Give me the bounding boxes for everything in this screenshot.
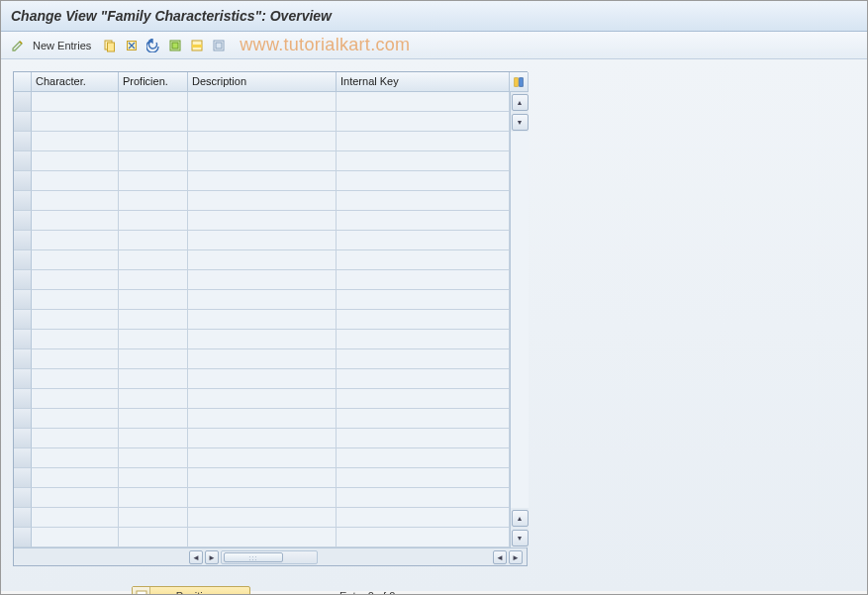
row-handle[interactable] bbox=[14, 468, 32, 488]
table-cell[interactable] bbox=[32, 349, 119, 369]
table-cell[interactable] bbox=[119, 211, 188, 231]
table-cell[interactable] bbox=[188, 488, 337, 508]
deselect-all-icon[interactable] bbox=[210, 37, 228, 54]
vscroll-track[interactable] bbox=[510, 310, 529, 330]
table-cell[interactable] bbox=[188, 250, 337, 270]
vscroll-track[interactable] bbox=[510, 290, 529, 310]
table-cell[interactable] bbox=[32, 330, 119, 349]
table-cell[interactable] bbox=[32, 270, 119, 290]
row-handle[interactable] bbox=[14, 151, 32, 171]
table-cell[interactable] bbox=[337, 310, 510, 330]
new-entries-button[interactable]: New Entries bbox=[31, 40, 97, 51]
hscroll-track[interactable]: ::: bbox=[221, 550, 318, 564]
vscroll-down-icon[interactable]: ▼ bbox=[512, 114, 529, 131]
hscroll2-right-icon[interactable]: ► bbox=[509, 550, 523, 564]
vscroll-track[interactable] bbox=[510, 231, 529, 250]
table-cell[interactable] bbox=[188, 211, 337, 231]
select-all-icon[interactable] bbox=[166, 37, 184, 54]
table-cell[interactable] bbox=[119, 250, 188, 270]
table-cell[interactable] bbox=[119, 92, 188, 112]
table-cell[interactable] bbox=[337, 508, 510, 528]
table-cell[interactable] bbox=[337, 112, 510, 132]
table-cell[interactable] bbox=[337, 171, 510, 191]
table-cell[interactable] bbox=[188, 448, 337, 468]
table-config-icon[interactable] bbox=[510, 72, 529, 92]
table-cell[interactable] bbox=[188, 132, 337, 151]
table-cell[interactable] bbox=[188, 409, 337, 429]
table-cell[interactable] bbox=[32, 171, 119, 191]
table-cell[interactable] bbox=[32, 369, 119, 389]
table-cell[interactable] bbox=[32, 448, 119, 468]
table-cell[interactable] bbox=[119, 132, 188, 151]
table-cell[interactable] bbox=[337, 349, 510, 369]
table-cell[interactable] bbox=[337, 250, 510, 270]
vscroll-track[interactable] bbox=[510, 270, 529, 290]
position-button[interactable]: Position... bbox=[132, 586, 250, 595]
table-cell[interactable] bbox=[188, 151, 337, 171]
table-cell[interactable] bbox=[119, 231, 188, 250]
col-header-character[interactable]: Character. bbox=[32, 72, 119, 92]
table-cell[interactable] bbox=[337, 468, 510, 488]
table-cell[interactable] bbox=[32, 488, 119, 508]
table-cell[interactable] bbox=[32, 231, 119, 250]
table-cell[interactable] bbox=[188, 528, 337, 547]
table-cell[interactable] bbox=[188, 112, 337, 132]
table-cell[interactable] bbox=[188, 389, 337, 409]
col-header-internal-key[interactable]: Internal Key bbox=[337, 72, 510, 92]
table-cell[interactable] bbox=[32, 389, 119, 409]
table-cell[interactable] bbox=[188, 349, 337, 369]
hscroll-thumb[interactable]: ::: bbox=[224, 552, 283, 562]
table-cell[interactable] bbox=[119, 290, 188, 310]
row-handle[interactable] bbox=[14, 112, 32, 132]
table-cell[interactable] bbox=[337, 429, 510, 448]
table-cell[interactable] bbox=[32, 290, 119, 310]
row-handle[interactable] bbox=[14, 92, 32, 112]
table-cell[interactable] bbox=[188, 92, 337, 112]
table-cell[interactable] bbox=[32, 310, 119, 330]
table-cell[interactable] bbox=[119, 448, 188, 468]
table-cell[interactable] bbox=[119, 151, 188, 171]
table-cell[interactable] bbox=[119, 429, 188, 448]
table-cell[interactable] bbox=[32, 528, 119, 547]
table-cell[interactable] bbox=[119, 528, 188, 547]
col-header-description[interactable]: Description bbox=[188, 72, 337, 92]
undo-icon[interactable] bbox=[145, 37, 162, 54]
table-cell[interactable] bbox=[119, 508, 188, 528]
row-handle[interactable] bbox=[14, 231, 32, 250]
row-handle[interactable] bbox=[14, 171, 32, 191]
table-cell[interactable] bbox=[119, 369, 188, 389]
row-handle[interactable] bbox=[14, 132, 32, 151]
table-cell[interactable] bbox=[337, 151, 510, 171]
table-cell[interactable] bbox=[119, 349, 188, 369]
vscroll-track[interactable] bbox=[510, 409, 529, 429]
table-cell[interactable] bbox=[337, 92, 510, 112]
col-header-proficiency[interactable]: Proficien. bbox=[119, 72, 188, 92]
table-cell[interactable] bbox=[337, 369, 510, 389]
row-handle[interactable] bbox=[14, 528, 32, 547]
select-block-icon[interactable] bbox=[188, 37, 206, 54]
row-handle[interactable] bbox=[14, 270, 32, 290]
table-cell[interactable] bbox=[337, 330, 510, 349]
row-handle[interactable] bbox=[14, 508, 32, 528]
table-cell[interactable] bbox=[32, 429, 119, 448]
table-cell[interactable] bbox=[119, 389, 188, 409]
table-cell[interactable] bbox=[32, 132, 119, 151]
row-handle[interactable] bbox=[14, 369, 32, 389]
table-cell[interactable] bbox=[32, 151, 119, 171]
hscroll-left-icon[interactable]: ◄ bbox=[189, 550, 203, 564]
row-handle[interactable] bbox=[14, 310, 32, 330]
vscroll-track[interactable] bbox=[510, 330, 529, 349]
row-handle[interactable] bbox=[14, 250, 32, 270]
row-handle[interactable] bbox=[14, 330, 32, 349]
pencil-icon[interactable] bbox=[9, 37, 27, 54]
vscroll-up-icon[interactable]: ▲ bbox=[512, 94, 529, 111]
table-corner[interactable] bbox=[14, 72, 32, 92]
row-handle[interactable] bbox=[14, 488, 32, 508]
table-cell[interactable] bbox=[188, 270, 337, 290]
table-cell[interactable] bbox=[32, 409, 119, 429]
vscroll-track[interactable] bbox=[510, 151, 529, 171]
row-handle[interactable] bbox=[14, 429, 32, 448]
table-cell[interactable] bbox=[337, 409, 510, 429]
row-handle[interactable] bbox=[14, 448, 32, 468]
table-cell[interactable] bbox=[32, 92, 119, 112]
